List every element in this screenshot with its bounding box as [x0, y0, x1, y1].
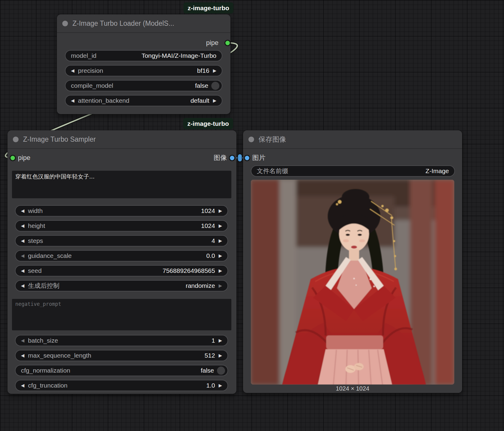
node-badge: z-image-turbo — [183, 2, 233, 13]
output-slot-label: pipe — [206, 39, 218, 47]
height-widget[interactable]: ◀height1024▶ — [15, 220, 228, 232]
node-title: 保存图像 — [259, 135, 286, 144]
文件名前缀-widget[interactable]: 文件名前缀Z-Image — [251, 165, 455, 177]
decrement-arrow-icon[interactable]: ◀ — [21, 238, 25, 244]
output-slot-label: 图像 — [214, 154, 227, 162]
node-title: Z-Image Turbo Sampler — [23, 135, 96, 143]
widget-value: 1024 — [199, 207, 217, 214]
widget-value: default — [189, 97, 211, 104]
decrement-arrow-icon[interactable]: ◀ — [21, 283, 25, 288]
output-port-pipe[interactable] — [224, 40, 231, 46]
widget-label: cfg_truncation — [28, 382, 68, 389]
widget-label: 生成后控制 — [28, 282, 60, 290]
decrement-arrow-icon[interactable]: ◀ — [21, 338, 25, 343]
input-port-pipe[interactable] — [10, 155, 16, 161]
widget-label: seed — [28, 267, 42, 274]
widget-label: max_sequence_length — [28, 352, 91, 359]
node-z-image-turbo-sampler[interactable]: Z-Image Turbo Sampler pipe 图像 穿着红色汉服的中国年… — [7, 130, 236, 394]
node-title: Z-Image Turbo Loader (ModelS... — [72, 19, 174, 28]
input-slot-label: pipe — [18, 154, 31, 162]
toggle-knob[interactable] — [211, 82, 219, 90]
increment-arrow-icon[interactable]: ▶ — [213, 68, 216, 73]
node-z-image-turbo-loader[interactable]: Z-Image Turbo Loader (ModelS... pipe mod… — [57, 14, 230, 114]
widget-value: 4 — [210, 237, 217, 244]
widget-value: 1.0 — [204, 382, 217, 389]
width-widget[interactable]: ◀width1024▶ — [15, 205, 228, 217]
cfg_truncation-widget[interactable]: ◀cfg_truncation1.0▶ — [15, 380, 228, 391]
increment-arrow-icon[interactable]: ▶ — [218, 353, 222, 358]
widget-value: bf16 — [195, 67, 211, 74]
output-port-image[interactable] — [229, 155, 235, 161]
prompt-textarea[interactable]: 穿着红色汉服的中国年轻女子... — [12, 171, 231, 198]
increment-arrow-icon[interactable]: ▶ — [218, 208, 222, 214]
decrement-arrow-icon[interactable]: ◀ — [21, 208, 25, 214]
steps-widget[interactable]: ◀steps4▶ — [15, 235, 228, 246]
generated-image-preview[interactable] — [251, 180, 454, 385]
decrement-arrow-icon[interactable]: ◀ — [21, 253, 25, 258]
increment-arrow-icon[interactable]: ▶ — [218, 338, 222, 343]
decrement-arrow-icon[interactable]: ◀ — [71, 98, 75, 103]
widget-label: width — [28, 207, 43, 214]
increment-arrow-icon[interactable]: ▶ — [218, 223, 222, 229]
prompt-text: 穿着红色汉服的中国年轻女子... — [15, 173, 95, 180]
decrement-arrow-icon[interactable]: ◀ — [21, 353, 25, 358]
widget-value: 0.0 — [204, 252, 217, 259]
increment-arrow-icon[interactable]: ▶ — [218, 268, 222, 273]
model_id-widget[interactable]: model_idTongyi-MAI/Z-Image-Turbo — [65, 50, 222, 61]
batch_size-widget[interactable]: ◀batch_size1▶ — [15, 335, 228, 346]
widget-value: 756889264968565 — [161, 267, 217, 274]
increment-arrow-icon[interactable]: ▶ — [218, 253, 222, 258]
node-header[interactable]: Z-Image Turbo Sampler — [7, 130, 236, 149]
cfg_normalization-widget[interactable]: cfg_normalizationfalse — [15, 365, 228, 376]
生成后控制-widget[interactable]: ◀生成后控制randomize▶ — [15, 280, 228, 291]
node-collapse-dot-icon[interactable] — [13, 137, 19, 142]
decrement-arrow-icon[interactable]: ◀ — [21, 383, 25, 388]
widget-label: compile_model — [71, 82, 113, 89]
widget-value: 512 — [203, 352, 217, 359]
input-slot-label: 图片 — [252, 154, 265, 162]
widget-value: false — [193, 82, 210, 89]
widget-value: 1024 — [199, 222, 217, 229]
widget-label: attention_backend — [78, 97, 130, 104]
link-image-midpoint-marker — [238, 154, 242, 162]
increment-arrow-icon[interactable]: ▶ — [213, 98, 216, 103]
widget-value: Tongyi-MAI/Z-Image-Turbo — [140, 52, 218, 59]
widget-label: batch_size — [28, 337, 58, 344]
widget-label: 文件名前缀 — [257, 167, 288, 175]
negative-prompt-placeholder: negative_prompt — [15, 301, 61, 307]
node-badge: z-image-turbo — [183, 118, 233, 129]
decrement-arrow-icon[interactable]: ◀ — [21, 223, 25, 229]
negative-prompt-textarea[interactable]: negative_prompt — [12, 299, 231, 330]
widget-value: 1 — [210, 337, 217, 344]
increment-arrow-icon[interactable]: ▶ — [218, 383, 222, 388]
widget-value: randomize — [184, 282, 217, 289]
precision-widget[interactable]: ◀precisionbf16▶ — [65, 65, 222, 76]
input-port-image[interactable] — [244, 155, 250, 161]
increment-arrow-icon[interactable]: ▶ — [218, 238, 222, 244]
decrement-arrow-icon[interactable]: ◀ — [71, 68, 75, 73]
max_sequence_length-widget[interactable]: ◀max_sequence_length512▶ — [15, 350, 228, 361]
widget-label: guidance_scale — [28, 252, 72, 259]
attention_backend-widget[interactable]: ◀attention_backenddefault▶ — [65, 95, 222, 106]
hanfu-portrait-illustration — [251, 180, 454, 385]
widget-label: cfg_normalization — [21, 367, 70, 374]
widget-label: height — [28, 222, 45, 229]
widget-value: false — [199, 367, 216, 374]
decrement-arrow-icon[interactable]: ◀ — [21, 268, 25, 273]
node-save-image[interactable]: 保存图像 图片 文件名前缀Z-Image — [243, 130, 462, 393]
image-dimensions-caption: 1024 × 1024 — [243, 385, 462, 392]
node-graph-canvas[interactable]: z-image-turbo z-image-turbo Z-Image Turb… — [0, 0, 504, 431]
widget-label: precision — [78, 67, 103, 74]
widget-value: Z-Image — [424, 167, 451, 175]
node-header[interactable]: Z-Image Turbo Loader (ModelS... — [57, 14, 230, 33]
widget-label: model_id — [71, 52, 96, 59]
seed-widget[interactable]: ◀seed756889264968565▶ — [15, 265, 228, 276]
toggle-knob[interactable] — [217, 367, 225, 375]
node-header[interactable]: 保存图像 — [243, 130, 462, 149]
guidance_scale-widget[interactable]: ◀guidance_scale0.0▶ — [15, 250, 228, 261]
widget-label: steps — [28, 237, 43, 244]
compile_model-widget[interactable]: compile_modelfalse — [65, 80, 222, 91]
increment-arrow-icon[interactable]: ▶ — [218, 283, 222, 288]
node-collapse-dot-icon[interactable] — [248, 137, 254, 142]
node-collapse-dot-icon[interactable] — [62, 21, 68, 26]
